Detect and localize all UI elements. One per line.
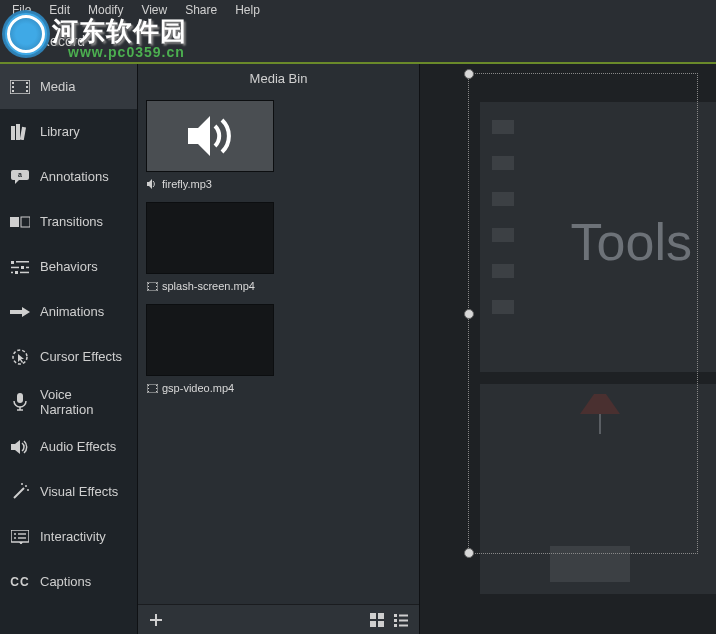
selection-handle-top-left[interactable] [464, 69, 474, 79]
canvas-area[interactable]: Tools [420, 64, 716, 634]
menu-help[interactable]: Help [227, 1, 268, 19]
sidebar-item-label: Visual Effects [40, 484, 118, 499]
svg-rect-22 [20, 271, 29, 273]
sidebar-item-library[interactable]: Library [0, 109, 137, 154]
svg-rect-15 [11, 261, 14, 264]
svg-rect-1 [12, 82, 14, 84]
svg-rect-62 [394, 614, 397, 617]
selection-handle-mid-left[interactable] [464, 309, 474, 319]
sidebar: Media Library a Annotations Transitions … [0, 64, 138, 634]
svg-rect-43 [148, 283, 149, 284]
sidebar-item-label: Library [40, 124, 80, 139]
svg-rect-18 [11, 266, 19, 268]
media-filename: splash-screen.mp4 [162, 280, 255, 292]
svg-point-31 [25, 485, 27, 487]
svg-rect-6 [26, 90, 28, 92]
svg-rect-46 [156, 283, 157, 284]
selection-handle-bottom-left[interactable] [464, 548, 474, 558]
menu-share[interactable]: Share [177, 1, 225, 19]
sidebar-item-label: Interactivity [40, 529, 106, 544]
media-bin-grid: firefly.mp3 splash-screen.mp4 [138, 92, 419, 604]
svg-rect-37 [18, 533, 26, 534]
menubar: File Edit Modify View Share Help [0, 0, 716, 20]
sidebar-item-voice-narration[interactable]: Voice Narration [0, 379, 137, 424]
sidebar-item-interactivity[interactable]: Interactivity [0, 514, 137, 559]
svg-rect-59 [378, 613, 384, 619]
svg-rect-61 [378, 621, 384, 627]
svg-point-32 [21, 483, 23, 485]
svg-rect-60 [370, 621, 376, 627]
media-item[interactable]: splash-screen.mp4 [146, 202, 274, 294]
svg-rect-5 [26, 86, 28, 88]
svg-rect-20 [15, 271, 18, 274]
svg-rect-50 [148, 385, 149, 386]
sidebar-item-label: Behaviors [40, 259, 98, 274]
media-item[interactable]: gsp-video.mp4 [146, 304, 274, 396]
svg-rect-8 [16, 124, 20, 140]
svg-rect-52 [148, 391, 149, 392]
cc-icon: CC [10, 572, 30, 592]
svg-rect-47 [156, 286, 157, 287]
media-filename: gsp-video.mp4 [162, 382, 234, 394]
svg-rect-65 [399, 619, 408, 621]
sidebar-item-transitions[interactable]: Transitions [0, 199, 137, 244]
svg-line-30 [14, 488, 24, 498]
media-thumb-video [146, 304, 274, 376]
media-thumb-audio [146, 100, 274, 172]
sidebar-item-media[interactable]: Media [0, 64, 137, 109]
sidebar-item-label: Audio Effects [40, 439, 116, 454]
sidebar-item-audio-effects[interactable]: Audio Effects [0, 424, 137, 469]
list-view-button[interactable] [389, 608, 413, 632]
video-mini-icon [146, 382, 158, 394]
media-bin-title: Media Bin [138, 64, 419, 92]
sliders-icon [10, 257, 30, 277]
main-area: Media Library a Annotations Transitions … [0, 64, 716, 634]
svg-rect-4 [26, 82, 28, 84]
svg-rect-51 [148, 388, 149, 389]
menu-view[interactable]: View [133, 1, 175, 19]
add-media-button[interactable] [144, 608, 168, 632]
svg-marker-25 [18, 354, 24, 363]
video-mini-icon [146, 280, 158, 292]
audio-mini-icon [146, 178, 158, 190]
sidebar-item-cursor-effects[interactable]: Cursor Effects [0, 334, 137, 379]
svg-rect-44 [148, 286, 149, 287]
svg-rect-63 [399, 614, 408, 616]
record-label: Record [40, 33, 85, 49]
menu-modify[interactable]: Modify [80, 1, 131, 19]
media-bin-footer [138, 604, 419, 634]
record-bar: Record [0, 20, 716, 64]
sidebar-item-label: Cursor Effects [40, 349, 122, 364]
svg-point-33 [27, 489, 29, 491]
svg-rect-64 [394, 619, 397, 622]
callout-icon: a [10, 167, 30, 187]
arrow-icon [10, 302, 30, 322]
svg-rect-34 [11, 530, 29, 542]
svg-text:a: a [18, 171, 22, 178]
cursor-icon [10, 347, 30, 367]
sidebar-item-visual-effects[interactable]: Visual Effects [0, 469, 137, 514]
canvas-selection[interactable] [468, 73, 698, 554]
media-label: firefly.mp3 [146, 176, 274, 192]
svg-rect-21 [11, 271, 13, 273]
record-button[interactable]: Record [20, 33, 85, 49]
sidebar-item-label: Captions [40, 574, 91, 589]
svg-rect-48 [156, 289, 157, 290]
sidebar-item-behaviors[interactable]: Behaviors [0, 244, 137, 289]
svg-marker-23 [10, 307, 30, 317]
sidebar-item-animations[interactable]: Animations [0, 289, 137, 334]
transition-icon [10, 212, 30, 232]
media-bin-panel: Media Bin firefly.mp3 [138, 64, 420, 634]
svg-marker-29 [11, 440, 20, 454]
record-icon [20, 34, 34, 48]
sidebar-item-label: Animations [40, 304, 104, 319]
svg-rect-66 [394, 624, 397, 627]
sidebar-item-annotations[interactable]: a Annotations [0, 154, 137, 199]
sidebar-item-captions[interactable]: CC Captions [0, 559, 137, 604]
menu-file[interactable]: File [4, 1, 39, 19]
svg-point-36 [14, 533, 16, 535]
media-item[interactable]: firefly.mp3 [146, 100, 274, 192]
menu-edit[interactable]: Edit [41, 1, 78, 19]
svg-rect-53 [156, 385, 157, 386]
grid-view-button[interactable] [365, 608, 389, 632]
